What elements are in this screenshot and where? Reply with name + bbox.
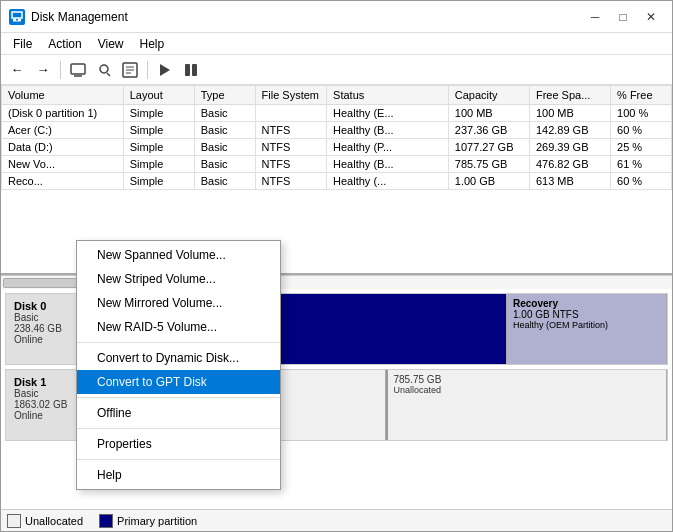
table-cell-type: Basic	[194, 173, 255, 190]
toolbar-btn-2[interactable]	[92, 59, 116, 81]
table-cell-free: 142.89 GB	[529, 122, 610, 139]
table-row[interactable]: New Vo...SimpleBasicNTFSHealthy (B...785…	[2, 156, 672, 173]
disk0-partition-recovery[interactable]: Recovery 1.00 GB NTFS Healthy (OEM Parti…	[507, 294, 667, 364]
table-cell-status: Healthy (...	[327, 173, 449, 190]
title-bar-left: Disk Management	[9, 9, 128, 25]
ctx-menu-item[interactable]: New Mirrored Volume...	[77, 291, 280, 315]
table-cell-volume: Acer (C:)	[2, 122, 124, 139]
col-header-pct[interactable]: % Free	[611, 86, 672, 105]
toolbar-sep-2	[147, 61, 148, 79]
legend-unallocated: Unallocated	[7, 514, 83, 528]
toolbar-btn-5[interactable]	[179, 59, 203, 81]
ctx-menu-separator	[77, 459, 280, 460]
table-row[interactable]: (Disk 0 partition 1)SimpleBasicHealthy (…	[2, 105, 672, 122]
table-cell-fs: NTFS	[255, 156, 326, 173]
toolbar-btn-1[interactable]	[66, 59, 90, 81]
toolbar-btn-3[interactable]	[118, 59, 142, 81]
ctx-menu-separator	[77, 342, 280, 343]
table-cell-type: Basic	[194, 105, 255, 122]
table-cell-capacity: 1.00 GB	[448, 173, 529, 190]
ctx-menu-item[interactable]: Properties	[77, 432, 280, 456]
table-cell-free: 476.82 GB	[529, 156, 610, 173]
legend-unallocated-box	[7, 514, 21, 528]
col-header-volume[interactable]: Volume	[2, 86, 124, 105]
col-header-layout[interactable]: Layout	[123, 86, 194, 105]
col-header-type[interactable]: Type	[194, 86, 255, 105]
title-bar: Disk Management ─ □ ✕	[1, 1, 672, 33]
minimize-button[interactable]: ─	[582, 7, 608, 27]
legend-primary-label: Primary partition	[117, 515, 197, 527]
maximize-button[interactable]: □	[610, 7, 636, 27]
table-row[interactable]: Data (D:)SimpleBasicNTFSHealthy (P...107…	[2, 139, 672, 156]
table-cell-fs	[255, 105, 326, 122]
ctx-menu-item[interactable]: New RAID-5 Volume...	[77, 315, 280, 339]
disk0-recovery-label: Recovery	[513, 298, 660, 309]
menu-bar: File Action View Help	[1, 33, 672, 55]
table-cell-layout: Simple	[123, 105, 194, 122]
disk0-recovery-size: 1.00 GB NTFS	[513, 309, 660, 320]
table-cell-fs: NTFS	[255, 173, 326, 190]
toolbar: ← →	[1, 55, 672, 85]
close-button[interactable]: ✕	[638, 7, 664, 27]
menu-file[interactable]: File	[5, 35, 40, 53]
table-cell-layout: Simple	[123, 139, 194, 156]
table-cell-type: Basic	[194, 139, 255, 156]
ctx-menu-separator	[77, 397, 280, 398]
legend-unallocated-label: Unallocated	[25, 515, 83, 527]
ctx-menu-item[interactable]: Convert to GPT Disk	[77, 370, 280, 394]
table-cell-volume: Data (D:)	[2, 139, 124, 156]
table-cell-free: 613 MB	[529, 173, 610, 190]
back-button[interactable]: ←	[5, 59, 29, 81]
ctx-menu-item[interactable]: Convert to Dynamic Disk...	[77, 346, 280, 370]
col-header-fs[interactable]: File System	[255, 86, 326, 105]
table-row[interactable]: Reco...SimpleBasicNTFSHealthy (...1.00 G…	[2, 173, 672, 190]
disk0-recovery-desc: Healthy (OEM Partition)	[513, 320, 660, 330]
svg-rect-6	[71, 64, 85, 74]
svg-point-8	[100, 65, 108, 73]
table-row[interactable]: Acer (C:)SimpleBasicNTFSHealthy (B...237…	[2, 122, 672, 139]
context-menu: New Spanned Volume...New Striped Volume.…	[76, 240, 281, 490]
col-header-capacity[interactable]: Capacity	[448, 86, 529, 105]
menu-help[interactable]: Help	[132, 35, 173, 53]
ctx-menu-item[interactable]: New Spanned Volume...	[77, 243, 280, 267]
window-title: Disk Management	[31, 10, 128, 24]
svg-rect-15	[185, 64, 190, 76]
table-cell-capacity: 785.75 GB	[448, 156, 529, 173]
disk1-p2-desc: Unallocated	[394, 385, 661, 395]
table-cell-status: Healthy (P...	[327, 139, 449, 156]
ctx-menu-item[interactable]: New Striped Volume...	[77, 267, 280, 291]
toolbar-btn-4[interactable]	[153, 59, 177, 81]
legend-primary-box	[99, 514, 113, 528]
table-cell-status: Healthy (E...	[327, 105, 449, 122]
svg-line-9	[107, 73, 110, 76]
table-cell-type: Basic	[194, 156, 255, 173]
status-bar: Unallocated Primary partition	[1, 509, 672, 531]
title-buttons: ─ □ ✕	[582, 7, 664, 27]
col-header-free[interactable]: Free Spa...	[529, 86, 610, 105]
forward-button[interactable]: →	[31, 59, 55, 81]
window: Disk Management ─ □ ✕ File Action View H…	[0, 0, 673, 532]
disk1-partition-2[interactable]: 785.75 GB Unallocated	[386, 370, 668, 440]
table-cell-layout: Simple	[123, 156, 194, 173]
col-header-status[interactable]: Status	[327, 86, 449, 105]
ctx-menu-item[interactable]: Offline	[77, 401, 280, 425]
ctx-menu-separator	[77, 428, 280, 429]
table-cell-capacity: 1077.27 GB	[448, 139, 529, 156]
menu-action[interactable]: Action	[40, 35, 89, 53]
table-cell-status: Healthy (B...	[327, 122, 449, 139]
table-cell-volume: New Vo...	[2, 156, 124, 173]
legend-primary: Primary partition	[99, 514, 197, 528]
table-cell-type: Basic	[194, 122, 255, 139]
ctx-menu-item[interactable]: Help	[77, 463, 280, 487]
table-cell-pct: 25 %	[611, 139, 672, 156]
svg-rect-16	[192, 64, 197, 76]
svg-rect-0	[12, 12, 22, 18]
main-content: Volume Layout Type File System Status Ca…	[1, 85, 672, 531]
menu-view[interactable]: View	[90, 35, 132, 53]
table-cell-status: Healthy (B...	[327, 156, 449, 173]
table-cell-fs: NTFS	[255, 139, 326, 156]
table-cell-free: 269.39 GB	[529, 139, 610, 156]
table-cell-capacity: 237.36 GB	[448, 122, 529, 139]
app-icon	[9, 9, 25, 25]
table-cell-pct: 60 %	[611, 122, 672, 139]
